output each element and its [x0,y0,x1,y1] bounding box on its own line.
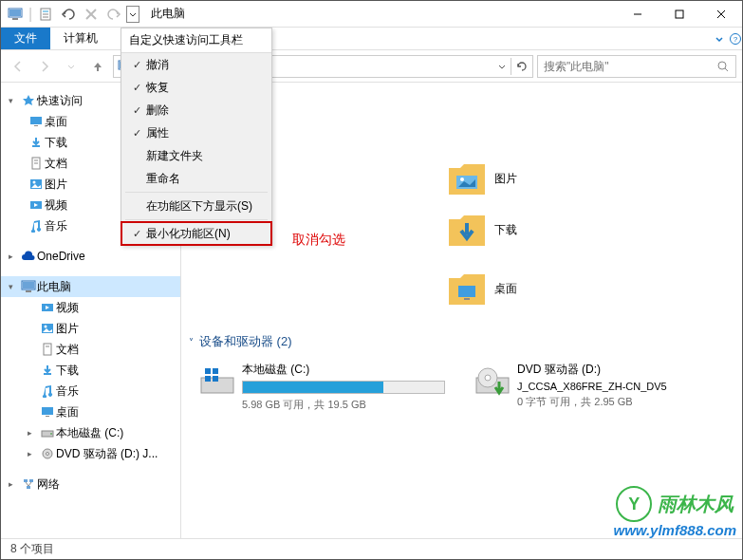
search-icon[interactable] [716,60,730,73]
chevron-down-icon[interactable] [497,62,507,71]
chevron-down-icon: ˅ [189,337,194,347]
tree-item-pictures[interactable]: ▸图片 [1,318,180,339]
tree-onedrive[interactable]: ▸OneDrive [1,246,180,267]
svg-rect-54 [205,368,211,374]
cloud-icon [20,251,37,262]
picture-icon [39,323,56,334]
menu-item-show-below[interactable]: 在功能区下方显示(S) [121,195,271,217]
ribbon-expand-button[interactable]: ? [714,28,742,49]
svg-rect-44 [24,479,28,482]
menu-item-delete[interactable]: ✓删除 [121,99,271,121]
section-devices[interactable]: ˅ 设备和驱动器 (2) [189,333,734,350]
folder-pictures[interactable]: 图片 [445,159,663,198]
tab-file[interactable]: 文件 [1,28,50,49]
svg-line-19 [725,68,728,71]
folder-desktop[interactable]: 桌面 [445,269,663,308]
expand-icon[interactable]: ▾ [9,282,20,291]
expand-icon[interactable]: ▸ [9,252,20,261]
svg-rect-20 [30,117,42,124]
dvd-icon [474,362,511,400]
tree-item-documents[interactable]: ▸文档 [1,339,180,360]
svg-rect-10 [676,10,683,18]
svg-line-47 [26,482,28,486]
navigation-bar [1,50,742,83]
music-icon [28,219,45,233]
music-icon [39,384,56,398]
check-icon: ✓ [127,82,146,94]
qat-customize-menu: 自定义快速访问工具栏 ✓撤消 ✓恢复 ✓删除 ✓属性 新建文件夹 重命名 在功能… [121,28,272,246]
expand-icon[interactable]: ▸ [28,449,39,458]
drive-dvd[interactable]: DVD 驱动器 (D:) J_CCSA_X86FRE_ZH-CN_DV5 0 字… [474,362,720,412]
qat-pc-icon[interactable] [5,4,26,25]
svg-point-18 [718,62,726,69]
star-icon [20,94,37,107]
dvd-icon [39,447,56,460]
check-icon: ✓ [127,59,146,71]
watermark-brand: 雨林木风 [658,492,734,517]
menu-item-rename[interactable]: 重命名 [121,167,271,190]
maximize-button[interactable] [659,1,700,28]
nav-history-button[interactable] [60,55,83,78]
expand-icon[interactable]: ▾ [9,96,20,105]
title-bar: | 此电脑 [1,1,742,28]
svg-rect-2 [12,18,18,20]
svg-point-50 [460,177,464,181]
qat-undo-icon[interactable] [58,4,79,25]
tree-this-pc[interactable]: ▾此电脑 [1,276,180,297]
window-controls [617,1,742,28]
svg-rect-31 [26,290,31,292]
drive-local-disk[interactable]: 本地磁盘 (C:) 5.98 GB 可用，共 19.5 GB [198,362,445,412]
tree-item-downloads[interactable]: ▸下载 [1,360,180,381]
tree-item-videos[interactable]: ▸视频 [1,297,180,318]
window-title: 此电脑 [151,6,185,22]
qat-dropdown-toggle[interactable] [126,6,139,23]
pc-icon [20,280,37,293]
watermark: Y 雨林木风 www.ylmf888.com [614,486,737,538]
menu-item-minimize-ribbon[interactable]: ✓最小化功能区(N) [121,222,271,245]
qat-redo-icon[interactable] [103,4,124,25]
check-icon: ✓ [127,228,146,240]
drive-title: DVD 驱动器 (D:) [517,362,720,378]
download-icon [28,136,45,149]
tree-network[interactable]: ▸网络 [1,474,180,495]
svg-rect-21 [34,125,38,126]
tree-item-dvd[interactable]: ▸DVD 驱动器 (D:) J... [1,443,180,464]
download-icon [39,364,56,377]
svg-rect-45 [29,479,33,482]
svg-point-43 [46,453,49,456]
tree-item-local-disk[interactable]: ▸本地磁盘 (C:) [1,422,180,443]
nav-back-button[interactable] [7,55,29,78]
disk-icon [39,427,56,439]
tree-item-music[interactable]: ▸音乐 [1,381,180,401]
refresh-icon[interactable] [515,60,529,73]
menu-item-properties[interactable]: ✓属性 [121,121,271,144]
status-text: 8 个项目 [10,541,54,557]
close-button[interactable] [700,1,742,28]
expand-icon[interactable]: ▸ [9,479,20,489]
menu-item-undo[interactable]: ✓撤消 [121,53,271,76]
desktop-icon [39,406,56,418]
drive-subtitle: 5.98 GB 可用，共 19.5 GB [242,398,445,412]
nav-forward-button[interactable] [33,55,56,78]
svg-rect-57 [213,376,218,382]
menu-item-newfolder[interactable]: 新建文件夹 [121,144,271,167]
svg-rect-1 [9,9,21,16]
qat-delete-icon[interactable] [81,4,102,25]
menu-item-redo[interactable]: ✓恢复 [121,76,271,99]
search-input[interactable] [544,60,716,73]
expand-icon[interactable]: ▸ [28,428,39,438]
nav-up-button[interactable] [86,55,109,78]
tree-item-desktop[interactable]: ▸桌面 [1,401,180,422]
drive-label: J_CCSA_X86FRE_ZH-CN_DV5 [517,381,720,392]
qat-properties-icon[interactable] [35,4,56,25]
folder-downloads[interactable]: 下载 [445,210,663,250]
minimize-button[interactable] [617,1,659,28]
video-icon [39,302,56,313]
tab-computer[interactable]: 计算机 [50,28,111,49]
svg-rect-35 [44,344,51,355]
download-folder-icon [445,210,489,250]
annotation-text: 取消勾选 [292,232,345,249]
search-box[interactable] [537,55,736,78]
document-icon [39,343,56,356]
svg-point-41 [50,433,52,435]
